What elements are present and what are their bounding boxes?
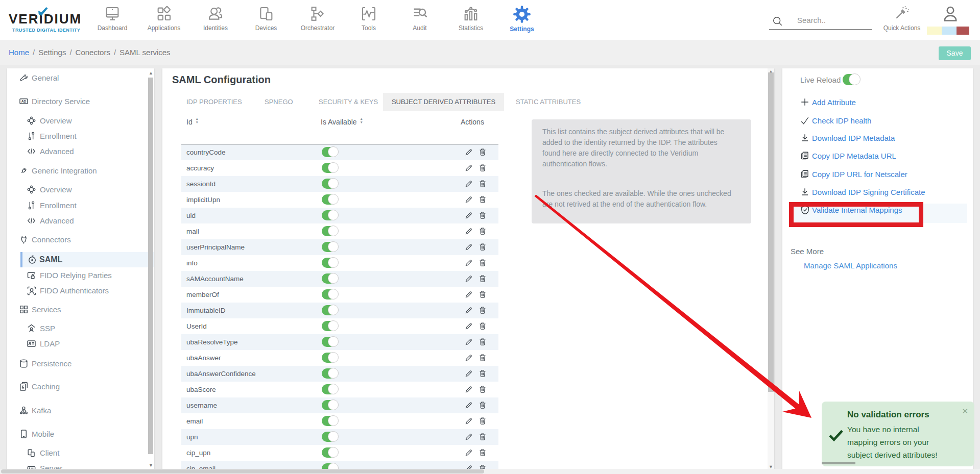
svg-text:AD: AD: [21, 99, 27, 103]
